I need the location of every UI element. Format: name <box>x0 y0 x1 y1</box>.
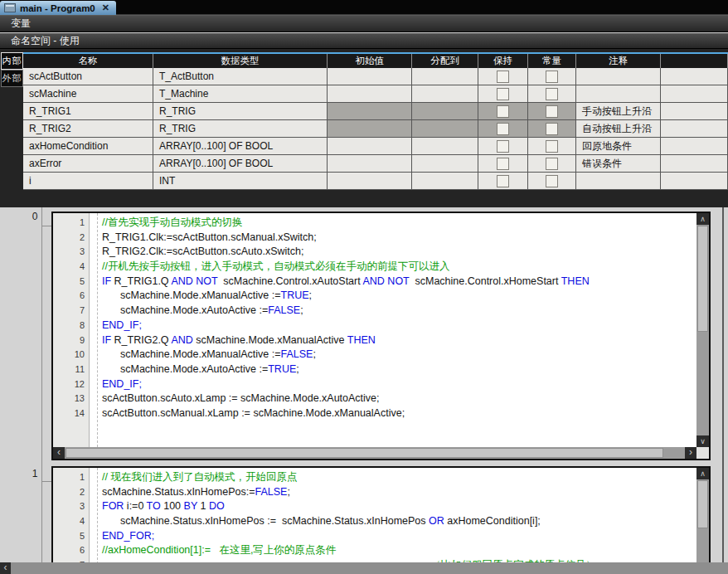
scroll-left-icon[interactable]: ‹ <box>53 447 65 459</box>
code-line[interactable]: //axHomeCondition[1]:= 在这里,写上你的原点条件 <box>98 543 696 558</box>
code-line[interactable]: scMachine.Mode.xAutoActive :=TRUE; <box>98 362 696 377</box>
hscroll-thumb[interactable] <box>66 448 663 458</box>
code-line[interactable]: scActButton.scManual.xLamp := scMachine.… <box>98 406 696 421</box>
vertical-scrollbar[interactable]: ∧ <box>696 468 709 564</box>
cell-name[interactable]: scActButton <box>23 68 153 85</box>
code-line[interactable]: scActButton.scAuto.xLamp := scMachine.Mo… <box>98 392 696 406</box>
cell-comment[interactable]: 回原地条件 <box>576 138 661 155</box>
constant-checkbox[interactable] <box>546 105 558 118</box>
constant-checkbox[interactable] <box>546 175 558 187</box>
retain-checkbox[interactable] <box>497 175 509 187</box>
cell-name[interactable]: R_TRIG1 <box>23 103 153 120</box>
code-line[interactable]: scMachine.Mode.xManualActive :=FALSE; <box>98 348 696 362</box>
code-line[interactable]: scMachine.Status.xInHomePos := scMachine… <box>98 514 696 529</box>
column-header-名称[interactable]: 名称 <box>23 54 153 68</box>
code-line[interactable]: R_TRIG2.Clk:=scActButton.scAuto.xSwitch; <box>98 245 696 260</box>
section-0-label[interactable]: 0 <box>30 211 40 222</box>
cell-data-type[interactable]: R_TRIG <box>153 103 328 120</box>
retain-checkbox[interactable] <box>497 140 509 153</box>
column-header-数据类型[interactable]: 数据类型 <box>153 54 328 68</box>
st-editor-0[interactable]: 1234567891011121314 //首先实现手动自动模式的切换R_TRI… <box>51 212 711 460</box>
st-editor-1[interactable]: 1234567 // 现在我们进入到了自动模式，开始回原点scMachine.S… <box>51 466 711 566</box>
side-tab-internal[interactable]: 内部 <box>1 52 23 70</box>
column-header-保持[interactable]: 保持 <box>478 54 528 68</box>
cell-name[interactable]: axHomeCondition <box>23 138 153 155</box>
cell-initial-value[interactable] <box>328 103 412 120</box>
cell-initial-value[interactable] <box>328 85 412 103</box>
cell-name[interactable]: scMachine <box>23 85 153 103</box>
cell-initial-value[interactable] <box>328 173 412 190</box>
variables-section-bar[interactable]: 变量 <box>0 15 728 32</box>
cell-comment[interactable] <box>576 85 661 103</box>
scroll-up-icon[interactable]: ∧ <box>696 213 709 225</box>
code-line[interactable]: R_TRIG1.Clk:=scActButton.scManual.xSwitc… <box>98 231 696 246</box>
constant-checkbox[interactable] <box>546 123 558 135</box>
cell-name[interactable]: axError <box>23 155 153 173</box>
cell-comment[interactable] <box>576 173 661 190</box>
constant-checkbox[interactable] <box>546 88 558 100</box>
code-line[interactable]: scMachine.Status.xInHomePos:=FALSE; <box>98 485 696 500</box>
vscroll-thumb[interactable] <box>697 480 708 528</box>
scroll-up-icon[interactable]: ∧ <box>696 468 709 479</box>
cell-name[interactable]: i <box>23 173 153 190</box>
cell-data-type[interactable]: ARRAY[0..100] OF BOOL <box>153 138 328 155</box>
code-line[interactable]: scMachine.Mode.xAutoActive :=FALSE; <box>98 304 696 319</box>
retain-checkbox[interactable] <box>497 105 509 118</box>
scroll-right-icon[interactable]: › <box>685 447 696 459</box>
tab-main-program0[interactable]: main - Program0 ✕ <box>0 1 116 15</box>
constant-checkbox[interactable] <box>546 140 558 153</box>
page-scroll-left-icon[interactable]: ‹ <box>0 562 11 574</box>
horizontal-scrollbar[interactable]: ‹ › <box>53 447 696 459</box>
code-line[interactable]: END_IF; <box>98 319 696 333</box>
cell-data-type[interactable]: INT <box>153 173 328 190</box>
column-header-注释[interactable]: 注释 <box>576 54 661 68</box>
column-header-常量[interactable]: 常量 <box>528 54 576 68</box>
scroll-down-icon[interactable]: ∨ <box>696 435 709 447</box>
retain-checkbox[interactable] <box>497 123 509 135</box>
cell-assign-to[interactable] <box>412 68 478 85</box>
cell-data-type[interactable]: ARRAY[0..100] OF BOOL <box>153 155 328 173</box>
cell-assign-to[interactable] <box>412 138 478 155</box>
code-line[interactable]: −FOR i:=0 TO 100 BY 1 DO <box>98 499 696 514</box>
section-1-label[interactable]: 1 <box>30 468 40 479</box>
cell-comment[interactable]: 错误条件 <box>576 155 661 173</box>
constant-checkbox[interactable] <box>546 71 558 83</box>
retain-checkbox[interactable] <box>497 88 509 100</box>
cell-initial-value[interactable] <box>328 68 412 85</box>
cell-comment[interactable]: 自动按钮上升沿 <box>576 120 661 138</box>
code-line[interactable]: −IF R_TRIG1.Q AND NOT scMachine.Control.… <box>98 275 696 289</box>
page-horizontal-scrollbar[interactable]: ‹ <box>0 562 728 574</box>
cell-data-type[interactable]: T_ActButton <box>153 68 328 85</box>
code-line[interactable]: scMachine.Mode.xManualActive :=TRUE; <box>98 289 696 304</box>
column-header-初始值[interactable]: 初始值 <box>328 54 412 68</box>
cell-data-type[interactable]: T_Machine <box>153 85 328 103</box>
constant-checkbox[interactable] <box>546 158 558 170</box>
cell-data-type[interactable]: R_TRIG <box>153 120 328 138</box>
retain-checkbox[interactable] <box>497 71 509 83</box>
column-header-extra[interactable] <box>661 54 728 68</box>
cell-assign-to[interactable] <box>412 173 478 190</box>
code-line[interactable]: //开机先按手动按钮，进入手动模式，自动模式必须在手动的前提下可以进入 <box>98 260 696 275</box>
cell-initial-value[interactable] <box>328 120 412 138</box>
code-line[interactable]: //首先实现手动自动模式的切换 <box>98 216 696 231</box>
column-header-分配到[interactable]: 分配到 <box>412 54 478 68</box>
vertical-scrollbar[interactable]: ∧ ∨ <box>696 213 709 447</box>
side-tab-external[interactable]: 外部 <box>1 70 23 87</box>
code-line[interactable]: END_IF; <box>98 377 696 392</box>
cell-assign-to[interactable] <box>412 155 478 173</box>
cell-comment[interactable]: 手动按钮上升沿 <box>576 103 661 120</box>
code-line[interactable]: END_FOR; <box>98 529 696 544</box>
code-line[interactable]: −IF R_TRIG2.Q AND scMachine.Mode.xManual… <box>98 333 696 348</box>
cell-comment[interactable] <box>576 68 661 85</box>
cell-initial-value[interactable] <box>328 155 412 173</box>
close-icon[interactable]: ✕ <box>102 2 109 13</box>
code-line[interactable]: // 现在我们进入到了自动模式，开始回原点 <box>98 470 696 485</box>
cell-initial-value[interactable] <box>328 138 412 155</box>
namespace-section-bar[interactable]: 命名空间 - 使用 <box>0 33 728 49</box>
cell-assign-to[interactable] <box>412 103 478 120</box>
cell-assign-to[interactable] <box>412 120 478 138</box>
cell-name[interactable]: R_TRIG2 <box>23 120 153 138</box>
cell-assign-to[interactable] <box>412 85 478 103</box>
vscroll-thumb[interactable] <box>697 226 708 332</box>
retain-checkbox[interactable] <box>497 158 509 170</box>
